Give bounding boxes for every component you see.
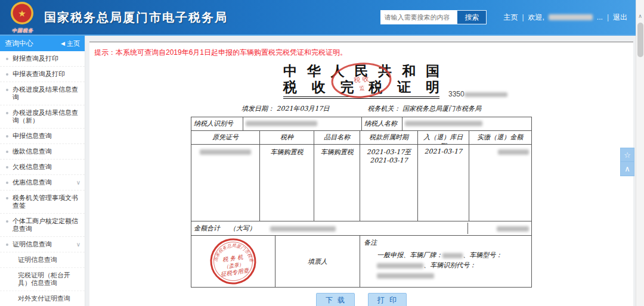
print-button[interactable]: 打印	[368, 293, 407, 306]
download-button[interactable]: 下载	[316, 293, 355, 306]
back-arrow-icon: ◀	[61, 40, 65, 46]
back-to-top-button[interactable]: ∧	[620, 162, 634, 176]
col-header-item-name: 品目名称	[314, 131, 360, 144]
sidebar-item-label: 办税进度及结果信息查询（新）	[13, 109, 78, 124]
sidebar-item-authority-document-query[interactable]: 税务机关管理事项文书查签	[0, 191, 85, 214]
filler-label: 填票人	[308, 257, 327, 266]
chevron-down-icon: ∨	[76, 179, 80, 186]
authority-value: 国家税务总局厦门市税务局	[402, 105, 481, 113]
sidebar-item-label: 办税进度及结果信息查询	[13, 86, 78, 101]
bullet-icon	[6, 166, 8, 168]
sidebar-item-financial-report-query[interactable]: 财报查询及打印	[0, 51, 85, 67]
bullet-icon	[6, 151, 8, 153]
main-content: 提示：本系统可查询自2019年6月1日起申报的车辆购置税完税凭证和完税证明。 中…	[89, 42, 633, 306]
sidebar-header: 查询中心 ◀ 主页	[0, 36, 85, 51]
certificate-title-line1: 中华人民共和国	[283, 63, 439, 79]
star-icon: ☆	[624, 151, 631, 160]
sidebar-item-payment-info-query[interactable]: 缴款信息查询	[0, 144, 85, 160]
logo-caption: 中国税务	[7, 27, 38, 34]
sidebar-item-certificate-info-query[interactable]: 证明信息查询 ∨	[0, 237, 85, 252]
sidebar-item-preferential-info-query[interactable]: 优惠信息查询 ∨	[0, 175, 85, 191]
table-header-row: 原凭证号 税种 品目名称 税款所属时期 入（退）库日期 实缴（退）金额	[191, 130, 531, 144]
authority-seal-cell: 国家税务总局厦门市税务局 税 务 机 （盖章） 征税专用章	[191, 236, 275, 287]
cell-paid-amount	[469, 145, 531, 221]
action-buttons: 下载 打印	[89, 293, 633, 306]
remark-title: 备注	[364, 238, 528, 247]
sidebar-subitem-tax-paid-counter-query[interactable]: 完税证明（柜台开具）信息查询	[0, 268, 85, 291]
sidebar-subitem-certificate-info-query[interactable]: 证明信息查询	[0, 252, 85, 268]
cell-storage-date: 2021-03-17	[417, 145, 469, 221]
certificate-title-line2: 税收完税证明	[283, 79, 439, 95]
quick-action-panel: ☆ ∧	[620, 148, 634, 176]
sidebar-item-label: 个体工商户核定定额信息查询	[13, 217, 78, 232]
page-scrollbar[interactable]: ∧	[636, 0, 644, 306]
page: ★ 中国税务 国家税务总局厦门市电子税务局 搜索 主页 | 欢迎, ... | …	[0, 0, 644, 306]
certificate-table: 纳税人识别号 纳税人名称 原凭证号 税种 品目名称 税款所属时期 入（退）库日期…	[191, 117, 532, 288]
col-header-original-voucher: 原凭证号	[191, 131, 259, 144]
national-emblem-logo: ★ 中国税务	[7, 1, 38, 34]
total-caps-value	[268, 223, 467, 234]
logout-link[interactable]: 退出	[613, 13, 627, 23]
sidebar-item-tax-progress-query-new[interactable]: 办税进度及结果信息查询（新）	[0, 105, 85, 129]
separator: |	[607, 13, 609, 21]
certificate-serial: 3350	[448, 90, 507, 98]
emblem-icon: ★	[10, 1, 34, 25]
bullet-icon	[6, 182, 8, 184]
header-search: 搜索	[380, 10, 487, 24]
certificate-info-line: 填发日期： 2021年03月17日 税务机关： 国家税务总局厦门市税务局	[191, 104, 532, 113]
serial-prefix: 3350	[448, 90, 465, 98]
issue-date-value: 2021年03月17日	[277, 105, 330, 113]
sidebar-query-center: 查询中心 ◀ 主页 财报查询及打印 申报表查询及打印 办税进度及结果信息查询 办…	[0, 36, 85, 306]
sidebar-item-label: 申报信息查询	[13, 132, 52, 139]
cell-item-name: 车辆购置税	[314, 145, 360, 221]
redacted-serial	[465, 92, 507, 97]
sidebar-item-label: 财报查询及打印	[13, 55, 58, 62]
sidebar-item-label: 税务机关管理事项文书查签	[13, 194, 78, 209]
cell-original-voucher	[191, 145, 259, 221]
sidebar-item-individual-quota-query[interactable]: 个体工商户核定定额信息查询	[0, 214, 85, 237]
issue-date-label: 填发日期：	[242, 105, 274, 113]
welcome-label: 欢迎,	[528, 13, 544, 23]
sidebar-subitem-label: 对外支付证明查询	[18, 295, 70, 302]
taxpayer-row: 纳税人识别号 纳税人名称	[191, 117, 531, 130]
username-ellipsis: ...	[597, 13, 603, 21]
round-tax-seal-icon: 国家税务总局厦门市税务局 税 务 机 （盖章） 征税专用章	[206, 236, 260, 287]
bullet-icon	[6, 135, 8, 138]
remark-part1: 一般申报、车辆厂牌：	[377, 251, 442, 259]
bullet-icon	[6, 197, 8, 199]
sidebar-subitem-outbound-payment-query[interactable]: 对外支付证明查询	[0, 291, 85, 306]
sidebar-item-tax-progress-query[interactable]: 办税进度及结果信息查询	[0, 82, 85, 105]
bullet-icon	[6, 73, 8, 76]
total-caps-label: （大写）	[227, 222, 268, 235]
sidebar-subitem-label: 证明信息查询	[18, 256, 57, 263]
taxpayer-id-label: 纳税人识别号	[191, 117, 243, 130]
favorite-button[interactable]: ☆	[620, 148, 634, 162]
filler-cell: 填票人	[275, 236, 360, 287]
header-links: 主页 | 欢迎, ... | 退出	[503, 13, 627, 23]
scrollbar-thumb[interactable]	[637, 23, 643, 57]
tax-certificate: 中华人民共和国 税收完税证明 税 收 监 3350 填发日期： 2021年03月…	[191, 63, 532, 288]
sidebar-home-link[interactable]: ◀ 主页	[61, 39, 80, 48]
taxpayer-name-value	[402, 117, 531, 130]
taxpayer-id-value	[243, 117, 362, 130]
bullet-icon	[6, 220, 8, 223]
sidebar-item-declaration-info-query[interactable]: 申报信息查询	[0, 129, 85, 144]
col-header-tax-period: 税款所属时期	[360, 131, 417, 144]
home-link[interactable]: 主页	[503, 13, 518, 23]
col-header-paid-amount: 实缴（退）金额	[469, 131, 531, 144]
system-hint: 提示：本系统可查询自2019年6月1日起申报的车辆购置税完税凭证和完税证明。	[89, 42, 633, 58]
sidebar-title: 查询中心	[5, 39, 33, 49]
search-button[interactable]: 搜索	[457, 10, 487, 24]
app-title: 国家税务总局厦门市电子税务局	[44, 10, 228, 26]
search-input[interactable]	[380, 10, 457, 24]
sidebar-home-label: 主页	[67, 39, 80, 48]
bullet-icon	[6, 243, 8, 246]
bullet-icon	[6, 58, 8, 60]
chevron-down-icon: ∨	[76, 241, 80, 248]
sidebar-item-tax-arrears-query[interactable]: 欠税信息查询	[0, 160, 85, 175]
sidebar-item-declaration-form-query[interactable]: 申报表查询及打印	[0, 67, 85, 82]
total-row: 金额合计 （大写）	[191, 221, 531, 235]
sidebar-subitem-label: 完税证明（柜台开具）信息查询	[18, 271, 70, 286]
scroll-up-icon[interactable]: ∧	[636, 0, 644, 19]
chevron-up-icon: ∧	[624, 164, 630, 173]
